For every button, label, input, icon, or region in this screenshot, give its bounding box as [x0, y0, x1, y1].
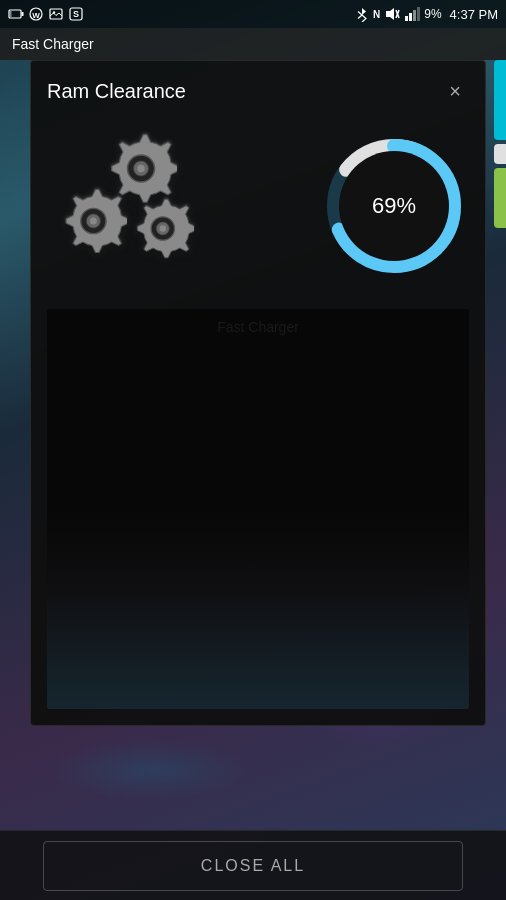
svg-point-17 [137, 165, 145, 173]
app-card-area: Fast Charger [47, 309, 469, 709]
signal-icon [404, 7, 420, 21]
svg-text:S: S [73, 9, 79, 19]
svg-point-23 [160, 225, 167, 232]
gear-bottom-left-icon [57, 186, 127, 256]
app-title-bar: Fast Charger [0, 28, 506, 60]
gears-animation [47, 131, 227, 281]
status-bar-left: W S [8, 6, 84, 22]
image-icon [48, 6, 64, 22]
modal-title: Ram Clearance [47, 80, 186, 103]
svg-rect-14 [417, 7, 420, 21]
svg-text:W: W [32, 11, 40, 20]
strip-white [494, 144, 506, 164]
gear-bottom-right-icon [129, 196, 194, 261]
svg-rect-11 [405, 16, 408, 21]
background-app-text: Fast Charger [217, 319, 299, 335]
progress-percentage: 69% [372, 193, 416, 219]
modal-close-button[interactable]: × [441, 77, 469, 105]
mute-icon [384, 7, 400, 21]
card-bottom-glow [47, 589, 469, 709]
strip-green [494, 168, 506, 228]
modal-overlay: Ram Clearance × [30, 60, 486, 820]
svg-rect-1 [22, 12, 24, 16]
nfc-icon: N [373, 9, 380, 20]
modal-content: 69% [47, 121, 469, 301]
status-bar-right: N 9% 4:37 PM [355, 6, 498, 22]
close-all-button[interactable]: CLOSE ALL [43, 841, 463, 891]
svg-rect-2 [10, 11, 12, 17]
svg-point-20 [90, 218, 97, 225]
status-bar: W S N [0, 0, 506, 28]
whatsapp-icon: W [28, 6, 44, 22]
battery-percent: 9% [424, 7, 441, 21]
bluetooth-icon [355, 6, 369, 22]
progress-ring-container: 69% [319, 131, 469, 281]
progress-inner-circle: 69% [339, 151, 449, 261]
s-icon: S [68, 6, 84, 22]
app-title: Fast Charger [12, 36, 94, 52]
close-all-bar: CLOSE ALL [0, 830, 506, 900]
side-color-strips [494, 60, 506, 320]
modal-header: Ram Clearance × [47, 77, 469, 105]
time-display: 4:37 PM [450, 7, 498, 22]
svg-rect-13 [413, 10, 416, 21]
strip-teal [494, 60, 506, 140]
svg-rect-12 [409, 13, 412, 21]
ram-clearance-dialog: Ram Clearance × [30, 60, 486, 726]
battery-status-icon [8, 6, 24, 22]
